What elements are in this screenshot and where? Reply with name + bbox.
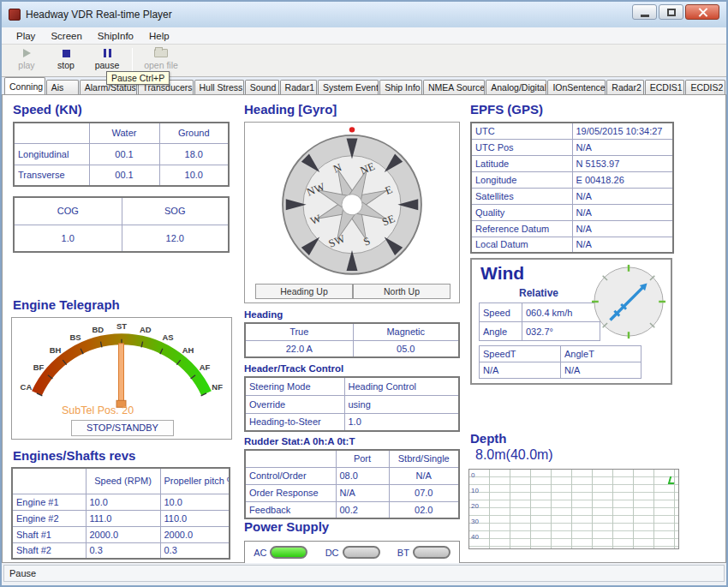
table-row: Reference Datum N/A bbox=[471, 220, 673, 237]
sog-label: SOG bbox=[122, 197, 229, 225]
table-row: UTC Pos N/A bbox=[471, 139, 673, 155]
table-row: Engine #2 111.0 110.0 bbox=[12, 510, 230, 526]
power-supply-panel: AC DC BT bbox=[244, 541, 460, 564]
tab-nmea-source[interactable]: NMEA Source bbox=[423, 80, 485, 94]
wind-speedt-label: SpeedT bbox=[480, 346, 561, 362]
table-row: Angle 032.7° bbox=[480, 322, 600, 341]
epfs-value: E 00418.26 bbox=[572, 171, 673, 188]
wind-speed-value: 060.4 km/h bbox=[522, 303, 600, 322]
depth-title: Depth bbox=[470, 431, 507, 446]
rudder-port-value: 00.2 bbox=[336, 501, 389, 518]
stop-label: stop bbox=[46, 60, 86, 70]
epfs-table: UTC 19/05/2015 10:34:27 UTC Pos N/A Lati… bbox=[470, 122, 674, 254]
table-row: Override using bbox=[245, 395, 459, 413]
speed-row-label: Longitudinal bbox=[14, 143, 89, 165]
depth-axis-tick: 40 bbox=[471, 533, 479, 541]
engines-shafts-title: Engines/Shafts revs bbox=[13, 448, 135, 463]
engine-telegraph-title: Engine Telegraph bbox=[13, 297, 120, 312]
speed-col-blank bbox=[14, 123, 89, 143]
heading-section-title: Heading bbox=[244, 309, 283, 320]
tab-ais[interactable]: Ais bbox=[46, 80, 79, 94]
tab-conning[interactable]: Conning bbox=[4, 77, 45, 94]
telegraph-mode-button[interactable]: STOP/STANDBY bbox=[71, 420, 174, 436]
stop-button[interactable]: stop bbox=[46, 47, 86, 75]
heading-gyro-title: Heading [Gyro] bbox=[244, 102, 337, 117]
tab-ship-info[interactable]: Ship Info bbox=[379, 80, 422, 94]
engines-col-blank bbox=[12, 468, 86, 494]
heading-up-button[interactable]: Heading Up bbox=[255, 284, 353, 299]
power-ac-led bbox=[270, 546, 307, 559]
tab-ionsentence[interactable]: IOnSentence bbox=[547, 80, 606, 94]
subtel-position: SubTel Pos. 20 bbox=[62, 404, 134, 416]
play-button[interactable]: play bbox=[7, 47, 46, 75]
tab-ecdis1[interactable]: ECDIS1 bbox=[645, 80, 685, 94]
table-row: Heading-to-Steer 1.0 bbox=[245, 413, 459, 431]
north-up-button[interactable]: North Up bbox=[353, 284, 451, 299]
tab-hull-stress[interactable]: Hull Stress bbox=[194, 80, 244, 94]
table-row: Shaft #1 2000.0 2000.0 bbox=[12, 526, 230, 542]
table-row: UTC 19/05/2015 10:34:27 bbox=[471, 123, 673, 139]
cog-label: COG bbox=[14, 197, 122, 225]
wind-subtitle: Relative bbox=[479, 287, 599, 299]
engines-shafts-table: Speed (RPM) Propeller pitch % Engine #1 … bbox=[11, 467, 230, 560]
rudder-stbrd-value: 02.0 bbox=[389, 501, 459, 518]
epfs-value: N/A bbox=[572, 220, 673, 237]
speed-ground-value: 18.0 bbox=[159, 143, 229, 165]
wind-panel: Wind Relative Speed 060.4 km/h Angle 032… bbox=[470, 258, 672, 385]
table-row: Longitudinal 00.1 18.0 bbox=[14, 143, 229, 165]
shaft-label: Shaft #1 bbox=[12, 526, 86, 542]
track-label: Steering Mode bbox=[245, 377, 344, 395]
rudder-port-value: 08.0 bbox=[336, 467, 389, 484]
speed-table: Water Ground Longitudinal 00.1 18.0 Tran… bbox=[13, 122, 230, 187]
table-row: Shaft #2 0.3 0.3 bbox=[12, 542, 230, 559]
shaft-speed: 0.3 bbox=[86, 542, 160, 559]
close-icon bbox=[699, 8, 707, 16]
engine-pitch: 10.0 bbox=[160, 494, 230, 510]
menu-shipinfo[interactable]: ShipInfo bbox=[90, 29, 141, 43]
play-label: play bbox=[7, 60, 46, 70]
tab-sound[interactable]: Sound bbox=[245, 80, 279, 94]
menu-play[interactable]: Play bbox=[9, 29, 43, 43]
tab-ecdis2[interactable]: ECDIS2 bbox=[685, 80, 725, 94]
menu-help[interactable]: Help bbox=[141, 29, 177, 43]
epfs-value: N/A bbox=[572, 204, 673, 220]
depth-value: 8.0m(40.0m) bbox=[475, 447, 553, 463]
table-row: Feedback 00.2 02.0 bbox=[245, 501, 459, 518]
menu-screen[interactable]: Screen bbox=[43, 29, 89, 43]
epfs-label: Longitude bbox=[471, 171, 572, 188]
tab-analog-digital[interactable]: Analog/Digital bbox=[486, 80, 546, 94]
shaft-speed: 2000.0 bbox=[86, 526, 160, 542]
menubar: Play Screen ShipInfo Help bbox=[2, 27, 726, 45]
telegraph-needle bbox=[119, 344, 124, 404]
close-button[interactable] bbox=[685, 4, 719, 20]
tab-system-event[interactable]: System Event bbox=[318, 80, 379, 94]
conning-page: Speed (KN) Water Ground Longitudinal 00.… bbox=[2, 95, 726, 563]
rudder-stbrd-value: N/A bbox=[389, 467, 459, 484]
epfs-value: N 5153.97 bbox=[572, 155, 673, 171]
rudder-title: Rudder Stat:A 0h:A 0t:T bbox=[244, 436, 355, 446]
app-icon bbox=[9, 9, 21, 21]
pause-icon bbox=[104, 49, 111, 57]
engine-label: Engine #2 bbox=[12, 510, 86, 526]
tab-radar2[interactable]: Radar2 bbox=[606, 80, 643, 94]
telegraph-scale-label: BH bbox=[50, 345, 62, 355]
table-row: Steering Mode Heading Control bbox=[245, 377, 459, 395]
epfs-value: N/A bbox=[572, 188, 673, 204]
gyro-panel: N NE E SE S SW W NW Heading Up North Up bbox=[244, 122, 460, 303]
pause-tooltip: Pause Ctrl+P bbox=[106, 71, 170, 85]
table-row: Satellites N/A bbox=[471, 188, 673, 204]
compass-rose: N NE E SE S SW W NW bbox=[273, 123, 431, 281]
minimize-button[interactable] bbox=[632, 4, 657, 20]
heading-true-value: 22.0 A bbox=[245, 340, 353, 357]
epfs-title: EPFS (GPS) bbox=[470, 102, 543, 117]
table-row: Longitude E 00418.26 bbox=[471, 171, 673, 188]
tab-radar1[interactable]: Radar1 bbox=[280, 80, 317, 94]
track-control-table: Steering Mode Heading Control Override u… bbox=[244, 376, 460, 432]
rudder-col-stbrd: Stbrd/Single bbox=[389, 450, 459, 467]
rudder-row-label: Control/Order bbox=[245, 467, 336, 484]
wind-title: Wind bbox=[480, 263, 524, 284]
rudder-col-blank bbox=[245, 450, 336, 467]
epfs-label: Reference Datum bbox=[471, 220, 572, 237]
maximize-button[interactable] bbox=[659, 4, 683, 20]
wind-anglet-label: AngleT bbox=[561, 346, 641, 362]
